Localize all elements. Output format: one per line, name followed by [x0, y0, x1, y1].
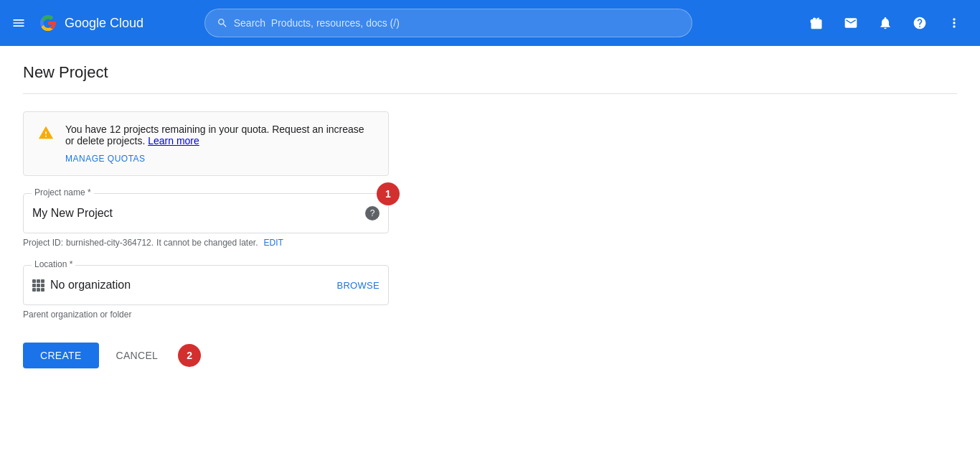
logo-text: Google Cloud — [65, 16, 143, 31]
search-input[interactable] — [234, 17, 680, 29]
new-project-form: Project name * ? 1 Project ID: burnished… — [23, 193, 389, 368]
step-1-badge: 1 — [377, 182, 400, 205]
step-2-badge: 2 — [178, 344, 201, 367]
location-input-wrapper: BROWSE — [23, 265, 389, 305]
location-input[interactable] — [50, 279, 336, 292]
learn-more-link[interactable]: Learn more — [148, 135, 199, 146]
cancel-button[interactable]: CANCEL — [110, 350, 164, 361]
quota-text: You have 12 projects remaining in your q… — [65, 124, 364, 146]
location-field-group: Location * BROWSE Parent organization or… — [23, 265, 389, 320]
project-name-input-wrapper: ? 1 — [23, 193, 389, 233]
mail-icon[interactable] — [837, 9, 865, 37]
google-cloud-logo[interactable]: Google Cloud — [37, 14, 143, 32]
nav-right-icons — [802, 9, 969, 37]
gift-icon[interactable] — [802, 9, 831, 37]
create-button[interactable]: CREATE — [23, 343, 99, 368]
organization-icon — [32, 279, 44, 292]
help-icon[interactable] — [905, 9, 934, 37]
search-bar[interactable] — [204, 9, 692, 37]
warning-icon — [38, 125, 54, 144]
menu-icon[interactable] — [11, 16, 26, 30]
edit-project-id-link[interactable]: EDIT — [264, 238, 283, 248]
project-name-input[interactable] — [32, 207, 365, 220]
project-id-line: Project ID: burnished-city-364712. It ca… — [23, 238, 389, 248]
more-options-icon[interactable] — [940, 9, 969, 37]
top-nav: Google Cloud — [0, 0, 980, 46]
page-title: New Project — [23, 63, 957, 94]
browse-button[interactable]: BROWSE — [336, 280, 380, 291]
page-content: New Project You have 12 projects remaini… — [0, 46, 980, 386]
project-name-field-group: Project name * ? 1 Project ID: burnished… — [23, 193, 389, 248]
project-name-help-icon[interactable]: ? — [365, 206, 380, 220]
location-label: Location * — [32, 259, 75, 269]
quota-warning-box: You have 12 projects remaining in your q… — [23, 111, 389, 176]
action-buttons: CREATE CANCEL 2 — [23, 343, 389, 368]
manage-quotas-link[interactable]: MANAGE QUOTAS — [65, 154, 374, 164]
project-name-label: Project name * — [32, 187, 94, 197]
quota-message: You have 12 projects remaining in your q… — [65, 124, 374, 164]
location-hint: Parent organization or folder — [23, 310, 389, 320]
bell-icon[interactable] — [871, 9, 900, 37]
